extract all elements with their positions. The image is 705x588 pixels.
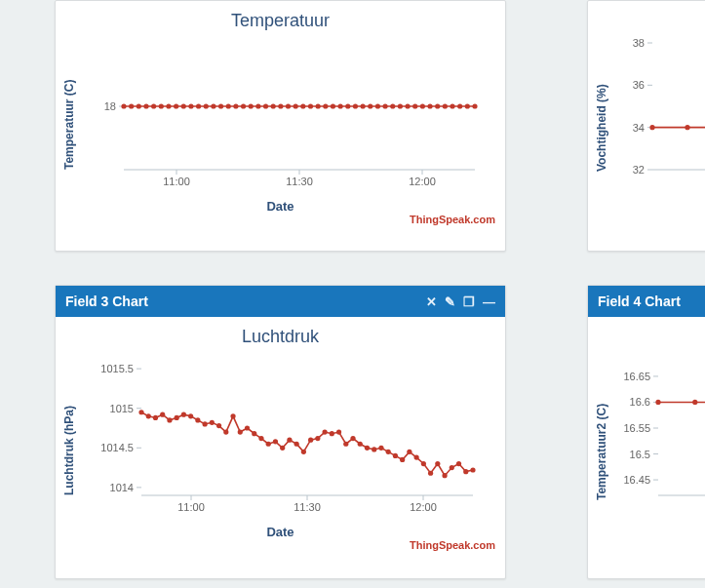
svg-text:1014.5: 1014.5	[100, 442, 134, 453]
svg-point-132	[421, 461, 426, 466]
panel-title: Field 3 Chart	[65, 294, 148, 309]
svg-point-139	[470, 467, 475, 472]
svg-point-22	[218, 103, 223, 108]
svg-point-45	[390, 103, 395, 108]
panel-title: Field 4 Chart	[598, 294, 681, 309]
panel-temperature: Temperatuur Temperatuur (C) 1811:0011:30…	[55, 0, 506, 252]
chart-svg: 1811:0011:3012:00	[65, 33, 494, 199]
svg-text:1015.5: 1015.5	[100, 363, 134, 374]
chart-title: Temperatuur	[65, 7, 495, 33]
svg-point-126	[378, 446, 383, 451]
svg-point-48	[412, 103, 417, 108]
svg-point-17	[181, 103, 186, 108]
svg-point-93	[146, 413, 151, 418]
svg-point-135	[442, 473, 447, 478]
svg-point-114	[294, 442, 299, 447]
svg-point-41	[361, 103, 366, 108]
svg-point-42	[368, 103, 372, 108]
svg-point-24	[233, 103, 238, 108]
svg-point-44	[382, 103, 387, 108]
svg-point-102	[210, 420, 215, 425]
y-axis-label: Luchtdruk (hPa)	[62, 406, 76, 495]
svg-point-18	[188, 103, 193, 108]
svg-point-117	[315, 436, 320, 441]
chart-svg: 32343638	[598, 33, 705, 199]
svg-point-9	[121, 103, 126, 108]
svg-text:16.6: 16.6	[630, 396, 650, 408]
svg-point-137	[456, 461, 461, 466]
svg-point-116	[308, 438, 313, 443]
svg-point-46	[398, 103, 403, 108]
panel-temperature2: Field 4 Chart Temperatuur2 (C) 16.4516.5…	[587, 285, 705, 579]
svg-point-31	[286, 103, 291, 108]
svg-point-120	[336, 429, 341, 434]
svg-point-125	[372, 447, 376, 451]
svg-text:11:30: 11:30	[286, 176, 313, 187]
minimize-icon[interactable]: —	[483, 295, 495, 308]
svg-point-33	[300, 103, 305, 108]
close-icon[interactable]: ✕	[426, 295, 437, 308]
svg-text:1014: 1014	[110, 482, 134, 493]
svg-text:38: 38	[633, 37, 645, 49]
svg-text:11:00: 11:00	[163, 176, 190, 187]
svg-point-100	[195, 417, 200, 422]
svg-point-104	[223, 429, 228, 434]
svg-point-49	[420, 103, 425, 108]
edit-icon[interactable]: ✎	[445, 295, 455, 308]
svg-point-121	[343, 442, 348, 447]
svg-point-109	[258, 436, 263, 441]
svg-point-35	[316, 103, 321, 108]
svg-point-115	[301, 450, 306, 454]
svg-point-112	[280, 446, 285, 451]
svg-text:12:00: 12:00	[409, 176, 436, 187]
svg-point-94	[153, 415, 158, 420]
svg-point-26	[249, 103, 254, 108]
svg-point-111	[273, 439, 278, 444]
svg-point-12	[143, 103, 148, 108]
chart-svg: 16.4516.516.5516.616.65	[598, 349, 705, 525]
svg-point-129	[400, 457, 405, 462]
svg-point-103	[216, 423, 221, 428]
svg-point-131	[414, 454, 419, 459]
svg-text:12:00: 12:00	[410, 501, 437, 513]
svg-point-43	[375, 103, 380, 108]
svg-point-15	[166, 103, 171, 108]
svg-point-136	[450, 465, 454, 470]
x-axis-label: Date	[65, 525, 495, 539]
y-axis-label: Vochtigheid (%)	[595, 84, 608, 172]
svg-point-134	[435, 461, 440, 466]
svg-point-23	[226, 103, 231, 108]
svg-point-32	[294, 103, 298, 108]
svg-point-40	[353, 103, 358, 108]
svg-text:16.45: 16.45	[623, 474, 650, 486]
svg-point-20	[204, 103, 209, 108]
chart-credit[interactable]: ThingSpeak.com	[65, 539, 495, 551]
y-axis-label: Temperatuur2 (C)	[595, 404, 608, 500]
svg-point-66	[649, 125, 654, 130]
svg-point-95	[160, 412, 165, 417]
svg-text:16.65: 16.65	[623, 371, 650, 382]
chart-credit[interactable]: ThingSpeak.com	[65, 214, 495, 225]
svg-text:32: 32	[633, 164, 645, 176]
svg-point-118	[322, 429, 327, 434]
svg-point-27	[255, 103, 260, 108]
svg-point-108	[252, 431, 256, 436]
svg-point-98	[181, 412, 186, 417]
svg-text:16.5: 16.5	[630, 449, 650, 460]
svg-point-151	[655, 400, 660, 405]
svg-point-97	[175, 415, 179, 420]
svg-point-52	[443, 103, 448, 108]
svg-text:16.55: 16.55	[623, 422, 650, 434]
svg-point-105	[230, 413, 235, 418]
svg-text:34: 34	[633, 122, 645, 134]
svg-text:11:30: 11:30	[294, 501, 321, 513]
data-icon[interactable]: ❐	[463, 295, 475, 308]
svg-text:18: 18	[104, 100, 116, 112]
svg-point-123	[358, 442, 363, 447]
svg-point-106	[238, 429, 243, 434]
svg-point-124	[365, 446, 370, 451]
svg-point-101	[203, 421, 208, 426]
panel-pressure: Field 3 Chart ✕ ✎ ❐ — Luchtdruk Luchtdru…	[55, 285, 506, 579]
svg-point-47	[405, 103, 410, 108]
svg-text:11:00: 11:00	[177, 501, 205, 513]
